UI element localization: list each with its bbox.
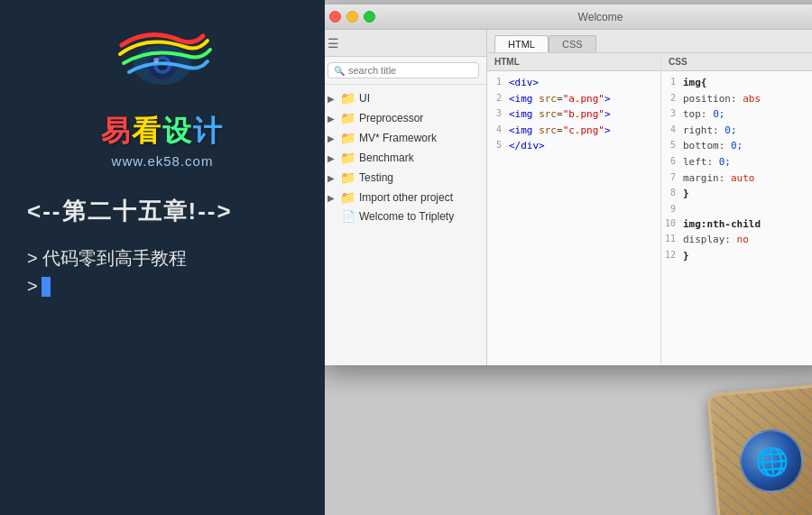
code-panels: HTML 1<div> 2<img src="a.png"> 3<img src… bbox=[487, 53, 812, 365]
code-line: 1<div> bbox=[487, 75, 660, 91]
sidebar-item-benchmark[interactable]: ▶ 📁 Benchmark bbox=[325, 148, 486, 168]
chapter-subtitle-1: > 代码零到高手教程 bbox=[27, 244, 307, 272]
sidebar-item-label: Benchmark bbox=[359, 152, 414, 164]
folder-arrow-icon: ▶ bbox=[328, 193, 337, 203]
deco-card-inner: 🌐 bbox=[710, 387, 812, 515]
css-panel-header: CSS bbox=[661, 53, 812, 71]
folder-icon: 📁 bbox=[340, 151, 355, 165]
folder-arrow-icon: ▶ bbox=[328, 133, 337, 143]
sidebar-items: ▶ 📁 UI ▶ 📁 Preprocessor ▶ 📁 MV* Framewor… bbox=[325, 85, 486, 365]
sidebar-item-testing[interactable]: ▶ 📁 Testing bbox=[325, 168, 486, 188]
code-area: HTML CSS HTML 1<div> 2<img src="a.png"> … bbox=[487, 30, 812, 365]
css-code-panel: CSS 1img{ 2 position: abs 3 top: 0; 4 ri… bbox=[661, 53, 812, 365]
css-code-content: 1img{ 2 position: abs 3 top: 0; 4 right:… bbox=[661, 71, 812, 365]
folder-arrow-icon: ▶ bbox=[328, 94, 337, 104]
deco-card: 🌐 bbox=[706, 384, 812, 515]
code-line: 2<img src="a.png"> bbox=[487, 91, 660, 107]
globe-icon: 🌐 bbox=[737, 427, 806, 495]
code-line: 6 left: 0; bbox=[661, 154, 812, 170]
code-line: 12} bbox=[661, 248, 812, 264]
search-icon: 🔍 bbox=[334, 66, 345, 76]
code-line: 3 top: 0; bbox=[661, 106, 812, 123]
tab-css[interactable]: CSS bbox=[549, 35, 596, 52]
search-input[interactable] bbox=[348, 65, 473, 76]
chapter-title: <--第二十五章!--> bbox=[27, 196, 307, 227]
html-panel-header: HTML bbox=[487, 53, 660, 71]
code-line: 11 display: no bbox=[661, 232, 812, 248]
code-line: 4<img src="c.png"> bbox=[487, 123, 660, 139]
sidebar-item-label: Preprocessor bbox=[359, 112, 423, 124]
sidebar-item-welcome[interactable]: 📄 Welcome to Triplety bbox=[325, 207, 486, 225]
window-buttons bbox=[329, 11, 375, 23]
hamburger-icon[interactable]: ☰ bbox=[328, 36, 339, 51]
folder-icon: 📁 bbox=[340, 91, 355, 106]
chapter-area: <--第二十五章!--> > 代码零到高手教程 > bbox=[18, 196, 307, 297]
logo-char-3: 设 bbox=[162, 115, 193, 147]
logo-char-4: 计 bbox=[193, 115, 224, 147]
sidebar-item-preprocessor[interactable]: ▶ 📁 Preprocessor bbox=[325, 108, 486, 128]
window-body: ☰ 🔍 ▶ 📁 UI ▶ 📁 bbox=[325, 30, 812, 365]
code-line: 5</div> bbox=[487, 138, 660, 154]
sidebar-item-label: UI bbox=[359, 92, 370, 105]
right-panel: Welcome ☰ 🔍 ▶ 📁 UI bbox=[325, 0, 812, 515]
sidebar-search: 🔍 bbox=[325, 57, 486, 85]
code-tabs: HTML CSS bbox=[487, 30, 812, 53]
close-button[interactable] bbox=[329, 11, 341, 23]
file-icon: 📄 bbox=[342, 210, 355, 223]
search-input-wrap: 🔍 bbox=[328, 62, 479, 78]
left-panel: 易看设计 www.ek58.com <--第二十五章!--> > 代码零到高手教… bbox=[0, 0, 325, 515]
sidebar: ☰ 🔍 ▶ 📁 UI ▶ 📁 bbox=[325, 30, 487, 365]
folder-icon: 📁 bbox=[340, 131, 355, 145]
logo-char-1: 易 bbox=[101, 115, 132, 147]
code-line: 1img{ bbox=[661, 75, 812, 91]
tab-html[interactable]: HTML bbox=[494, 35, 549, 52]
cursor-line: > bbox=[27, 276, 307, 297]
code-line: 3<img src="b.png"> bbox=[487, 106, 660, 123]
code-line: 10img:nth-child bbox=[661, 216, 812, 233]
html-code-content: 1<div> 2<img src="a.png"> 3<img src="b.p… bbox=[487, 71, 660, 365]
folder-arrow-icon: ▶ bbox=[328, 153, 337, 163]
sidebar-toolbar: ☰ bbox=[325, 30, 486, 57]
sidebar-item-ui[interactable]: ▶ 📁 UI bbox=[325, 88, 486, 108]
sidebar-item-label: Welcome to Triplety bbox=[359, 210, 454, 223]
folder-arrow-icon: ▶ bbox=[328, 114, 337, 124]
logo-graphic bbox=[104, 18, 221, 108]
svg-point-5 bbox=[153, 58, 159, 63]
window-title: Welcome bbox=[375, 11, 812, 23]
folder-icon: 📁 bbox=[340, 190, 355, 205]
code-line: 7 margin: auto bbox=[661, 170, 812, 187]
sidebar-item-import[interactable]: ▶ 📁 Import other project bbox=[325, 188, 486, 207]
code-line: 8} bbox=[661, 186, 812, 202]
code-line: 9 bbox=[661, 202, 812, 216]
code-line: 4 right: 0; bbox=[661, 123, 812, 139]
maximize-button[interactable] bbox=[364, 11, 375, 23]
sidebar-item-mv-framework[interactable]: ▶ 📁 MV* Framework bbox=[325, 128, 486, 148]
cursor-bar bbox=[42, 277, 51, 297]
logo-url: www.ek58.com bbox=[112, 153, 214, 169]
html-code-panel: HTML 1<div> 2<img src="a.png"> 3<img src… bbox=[487, 53, 661, 365]
code-line: 5 bottom: 0; bbox=[661, 138, 812, 154]
code-line: 2 position: abs bbox=[661, 91, 812, 107]
logo-chinese-text: 易看设计 bbox=[101, 112, 224, 152]
app-window: Welcome ☰ 🔍 ▶ 📁 UI bbox=[325, 5, 812, 365]
window-titlebar: Welcome bbox=[325, 5, 812, 30]
minimize-button[interactable] bbox=[346, 11, 358, 23]
logo-char-2: 看 bbox=[132, 115, 162, 147]
cursor-text: > bbox=[27, 276, 38, 297]
folder-icon: 📁 bbox=[340, 111, 355, 125]
folder-arrow-icon: ▶ bbox=[328, 173, 337, 183]
folder-icon: 📁 bbox=[340, 170, 355, 185]
logo-area: 易看设计 www.ek58.com bbox=[101, 18, 224, 169]
sidebar-item-label: Testing bbox=[359, 171, 393, 184]
sidebar-item-label: Import other project bbox=[359, 191, 453, 204]
sidebar-item-label: MV* Framework bbox=[359, 132, 437, 144]
